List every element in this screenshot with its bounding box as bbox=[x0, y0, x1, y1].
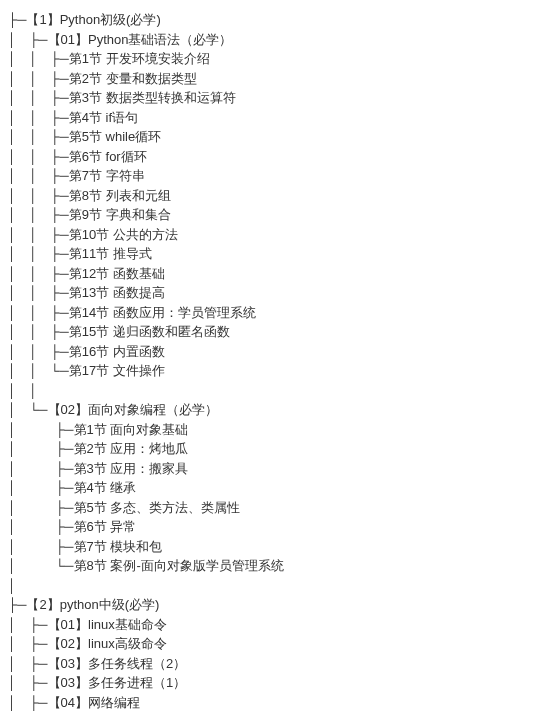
tree-branch-prefix: │ │ ├─ bbox=[8, 246, 69, 261]
tree-branch-prefix: │ ├─ bbox=[8, 441, 74, 456]
tree-branch-prefix: │ │ ├─ bbox=[8, 129, 69, 144]
tree-row: │ │ ├─第8节 列表和元组 bbox=[8, 186, 548, 206]
tree-branch-prefix: │ ├─ bbox=[8, 656, 48, 671]
tree-branch-prefix: │ │ ├─ bbox=[8, 168, 69, 183]
tree-row: │ ├─第7节 模块和包 bbox=[8, 537, 548, 557]
tree-node-label: 第8节 案例-面向对象版学员管理系统 bbox=[74, 558, 284, 573]
tree-row: ├─【2】python中级(必学) bbox=[8, 595, 548, 615]
tree-branch-prefix: │ │ ├─ bbox=[8, 285, 69, 300]
tree-row: │ │ ├─第5节 while循环 bbox=[8, 127, 548, 147]
tree-branch-prefix: │ │ ├─ bbox=[8, 110, 69, 125]
tree-row: │ ├─【01】linux基础命令 bbox=[8, 615, 548, 635]
tree-row: │ ├─【03】多任务线程（2） bbox=[8, 654, 548, 674]
tree-node-label: 第16节 内置函数 bbox=[69, 344, 165, 359]
tree-node-label: 第12节 函数基础 bbox=[69, 266, 165, 281]
tree-row: │ │ bbox=[8, 381, 548, 401]
tree-row: │ │ ├─第9节 字典和集合 bbox=[8, 205, 548, 225]
tree-node-label: 第9节 字典和集合 bbox=[69, 207, 171, 222]
tree-branch-prefix: │ ├─ bbox=[8, 695, 48, 710]
tree-node-label: 第10节 公共的方法 bbox=[69, 227, 178, 242]
tree-row: │ │ ├─第10节 公共的方法 bbox=[8, 225, 548, 245]
tree-row: │ │ ├─第11节 推导式 bbox=[8, 244, 548, 264]
tree-node-label: 【2】python中级(必学) bbox=[26, 597, 159, 612]
tree-branch-prefix: │ │ ├─ bbox=[8, 51, 69, 66]
tree-node-label: 【04】网络编程 bbox=[48, 695, 140, 710]
tree-node-label: 第15节 递归函数和匿名函数 bbox=[69, 324, 230, 339]
tree-node-label: 第5节 多态、类方法、类属性 bbox=[74, 500, 241, 515]
tree-node-label: 第5节 while循环 bbox=[69, 129, 161, 144]
tree-row: │ │ ├─第14节 函数应用：学员管理系统 bbox=[8, 303, 548, 323]
tree-branch-prefix: │ ├─ bbox=[8, 480, 74, 495]
tree-branch-prefix: ├─ bbox=[8, 597, 26, 612]
tree-node-label: 【01】linux基础命令 bbox=[48, 617, 167, 632]
tree-row: │ ├─第3节 应用：搬家具 bbox=[8, 459, 548, 479]
tree-row: │ │ ├─第4节 if语句 bbox=[8, 108, 548, 128]
tree-node-label: 第4节 if语句 bbox=[69, 110, 138, 125]
tree-node-label: 第8节 列表和元组 bbox=[69, 188, 171, 203]
tree-row: │ │ ├─第3节 数据类型转换和运算符 bbox=[8, 88, 548, 108]
tree-node-label: 第14节 函数应用：学员管理系统 bbox=[69, 305, 256, 320]
tree-row: │ │ ├─第12节 函数基础 bbox=[8, 264, 548, 284]
tree-branch-prefix: │ └─ bbox=[8, 558, 74, 573]
tree-row: │ ├─第4节 继承 bbox=[8, 478, 548, 498]
tree-branch-prefix: │ │ ├─ bbox=[8, 188, 69, 203]
tree-row: │ ├─【02】linux高级命令 bbox=[8, 634, 548, 654]
tree-branch-prefix: │ bbox=[8, 578, 16, 593]
tree-row: ├─【1】Python初级(必学) bbox=[8, 10, 548, 30]
tree-node-label: 第3节 应用：搬家具 bbox=[74, 461, 189, 476]
tree-branch-prefix: │ │ ├─ bbox=[8, 207, 69, 222]
tree-node-label: 第1节 面向对象基础 bbox=[74, 422, 189, 437]
tree-node-label: 第2节 应用：烤地瓜 bbox=[74, 441, 189, 456]
tree-branch-prefix: │ ├─ bbox=[8, 422, 74, 437]
tree-node-label: 第11节 推导式 bbox=[69, 246, 152, 261]
tree-node-label: 【03】多任务线程（2） bbox=[48, 656, 187, 671]
tree-row: │ ├─【01】Python基础语法（必学） bbox=[8, 30, 548, 50]
tree-branch-prefix: │ ├─ bbox=[8, 500, 74, 515]
tree-row: │ │ ├─第15节 递归函数和匿名函数 bbox=[8, 322, 548, 342]
tree-row: │ │ ├─第6节 for循环 bbox=[8, 147, 548, 167]
tree-row: │ ├─第5节 多态、类方法、类属性 bbox=[8, 498, 548, 518]
tree-branch-prefix: │ │ ├─ bbox=[8, 305, 69, 320]
tree-row: │ ├─第6节 异常 bbox=[8, 517, 548, 537]
tree-branch-prefix: │ ├─ bbox=[8, 461, 74, 476]
tree-row: │ │ ├─第16节 内置函数 bbox=[8, 342, 548, 362]
tree-node-label: 第2节 变量和数据类型 bbox=[69, 71, 197, 86]
tree-row: │ │ └─第17节 文件操作 bbox=[8, 361, 548, 381]
tree-branch-prefix: │ └─ bbox=[8, 402, 48, 417]
tree-node-label: 【02】linux高级命令 bbox=[48, 636, 167, 651]
tree-node-label: 第6节 异常 bbox=[74, 519, 137, 534]
tree-node-label: 【02】面向对象编程（必学） bbox=[48, 402, 218, 417]
tree-row: │ bbox=[8, 576, 548, 596]
tree-row: │ └─第8节 案例-面向对象版学员管理系统 bbox=[8, 556, 548, 576]
tree-node-label: 第1节 开发环境安装介绍 bbox=[69, 51, 210, 66]
tree-node-label: 【1】Python初级(必学) bbox=[26, 12, 160, 27]
tree-branch-prefix: │ │ ├─ bbox=[8, 344, 69, 359]
tree-branch-prefix: │ │ ├─ bbox=[8, 71, 69, 86]
tree-row: │ ├─【03】多任务进程（1） bbox=[8, 673, 548, 693]
tree-node-label: 第6节 for循环 bbox=[69, 149, 147, 164]
tree-branch-prefix: │ ├─ bbox=[8, 617, 48, 632]
tree-branch-prefix: │ │ ├─ bbox=[8, 324, 69, 339]
tree-branch-prefix: │ ├─ bbox=[8, 675, 48, 690]
tree-row: │ └─【02】面向对象编程（必学） bbox=[8, 400, 548, 420]
tree-branch-prefix: │ │ bbox=[8, 383, 37, 398]
tree-branch-prefix: │ ├─ bbox=[8, 32, 48, 47]
tree-branch-prefix: │ │ └─ bbox=[8, 363, 69, 378]
tree-row: │ │ ├─第1节 开发环境安装介绍 bbox=[8, 49, 548, 69]
tree-row: │ ├─第2节 应用：烤地瓜 bbox=[8, 439, 548, 459]
tree-node-label: 第7节 字符串 bbox=[69, 168, 145, 183]
tree-branch-prefix: │ │ ├─ bbox=[8, 227, 69, 242]
tree-node-label: 第3节 数据类型转换和运算符 bbox=[69, 90, 236, 105]
tree-node-label: 第7节 模块和包 bbox=[74, 539, 163, 554]
tree-row: │ │ ├─第7节 字符串 bbox=[8, 166, 548, 186]
tree-node-label: 第4节 继承 bbox=[74, 480, 137, 495]
tree-node-label: 第13节 函数提高 bbox=[69, 285, 165, 300]
tree-row: │ ├─【04】网络编程 bbox=[8, 693, 548, 713]
tree-node-label: 第17节 文件操作 bbox=[69, 363, 165, 378]
tree-row: │ │ ├─第2节 变量和数据类型 bbox=[8, 69, 548, 89]
tree-branch-prefix: │ ├─ bbox=[8, 519, 74, 534]
course-tree: ├─【1】Python初级(必学)│ ├─【01】Python基础语法（必学）│… bbox=[8, 10, 548, 712]
tree-branch-prefix: ├─ bbox=[8, 12, 26, 27]
tree-branch-prefix: │ │ ├─ bbox=[8, 90, 69, 105]
tree-node-label: 【03】多任务进程（1） bbox=[48, 675, 187, 690]
